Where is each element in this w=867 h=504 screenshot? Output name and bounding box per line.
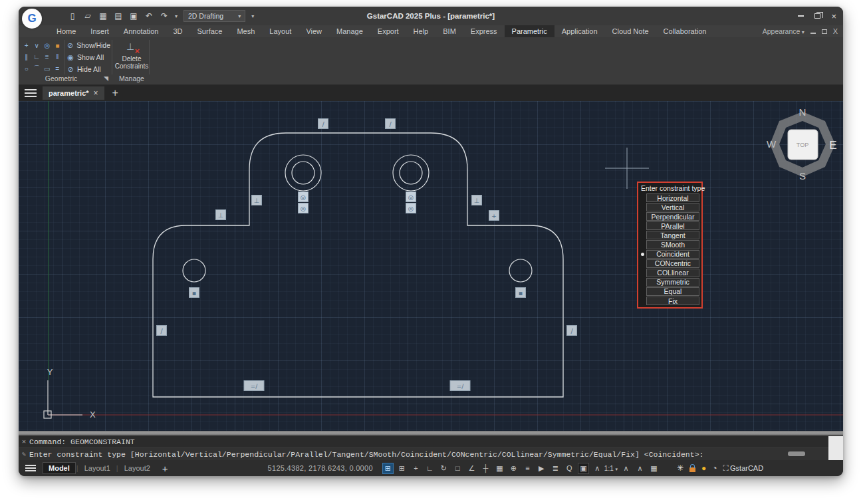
- snap-to-grid-icon[interactable]: +: [410, 463, 422, 474]
- drawing-canvas[interactable]: YX∕∕⊥⊥⊥+◎◎◎◎▪▪∕∕=∕=∕ TOP N W E S Enter c…: [19, 101, 843, 431]
- popup-item-smooth[interactable]: SMooth: [646, 240, 699, 249]
- ribbon-tab-help[interactable]: Help: [406, 25, 436, 37]
- collinear-constraint-icon[interactable]: ∨: [32, 40, 43, 51]
- ribbon-tab-cloud-note[interactable]: Cloud Note: [605, 25, 656, 37]
- vertical-constraint-icon[interactable]: ‖: [53, 51, 63, 63]
- print-icon[interactable]: ▣: [129, 11, 138, 21]
- perpendicular-constraint-icon[interactable]: ∟: [32, 51, 43, 63]
- workspace-dropdown[interactable]: 2D Drafting ▾: [184, 10, 245, 22]
- table-cells-icon[interactable]: ▦: [648, 463, 660, 474]
- panel-launcher-icon[interactable]: ◥: [104, 75, 108, 82]
- doc-restore-button[interactable]: [822, 29, 827, 34]
- command-scroll-thumb[interactable]: [788, 451, 805, 456]
- polar-tracking-icon[interactable]: ↻: [438, 463, 449, 474]
- view-cube[interactable]: TOP N W E S: [766, 108, 839, 181]
- ribbon-tab-manage[interactable]: Manage: [329, 25, 370, 37]
- ribbon-tab-mesh[interactable]: Mesh: [229, 25, 262, 37]
- app-logo[interactable]: G: [22, 9, 42, 29]
- annotation-scale-value[interactable]: 1:1 ▾: [604, 465, 618, 472]
- ribbon-tab-layout[interactable]: Layout: [262, 25, 299, 37]
- tangent-constraint-icon[interactable]: ○: [21, 63, 32, 74]
- document-tab[interactable]: parametric* ×: [43, 86, 104, 100]
- drawing-circle-0[interactable]: [285, 155, 321, 191]
- ribbon-tab-annotation[interactable]: Annotation: [116, 25, 166, 37]
- minimize-button[interactable]: [798, 15, 804, 17]
- ortho-mode-icon[interactable]: ∟: [424, 463, 435, 474]
- popup-item-parallel[interactable]: PArallel: [646, 221, 699, 230]
- popup-item-symmetric[interactable]: Symmetric: [646, 278, 699, 287]
- popup-item-collinear[interactable]: COLlinear: [646, 269, 699, 277]
- settings-gear-icon[interactable]: ✳: [677, 463, 683, 473]
- auto-annotation-icon[interactable]: ∧: [634, 463, 646, 474]
- ribbon-tab-3d[interactable]: 3D: [166, 25, 189, 37]
- show-hide-button[interactable]: ⊘Show/Hide: [66, 39, 110, 51]
- new-layout-button[interactable]: +: [162, 463, 168, 474]
- ribbon-tab-collaboration[interactable]: Collaboration: [656, 25, 714, 37]
- ribbon-tab-home[interactable]: Home: [49, 25, 83, 37]
- drawing-circle-3[interactable]: [400, 162, 422, 184]
- symmetric-constraint-icon[interactable]: ▭: [42, 63, 53, 74]
- angle-snap-icon[interactable]: ∠: [466, 463, 477, 474]
- undo-dropdown-icon[interactable]: ▾: [175, 13, 178, 19]
- redo-icon[interactable]: ↷: [160, 11, 169, 21]
- doc-minimize-button[interactable]: [810, 33, 816, 34]
- delete-constraints-button[interactable]: ⊥× Delete Constraints: [114, 39, 150, 75]
- grid-display-icon[interactable]: ⊞: [396, 463, 408, 474]
- appearance-dropdown[interactable]: Appearance ▾: [763, 27, 805, 35]
- popup-item-concentric[interactable]: CONcentric: [646, 259, 699, 268]
- zoom-icon[interactable]: Q: [564, 463, 575, 474]
- popup-item-vertical[interactable]: Vertical: [646, 203, 699, 211]
- concentric-constraint-icon[interactable]: ◎: [42, 40, 53, 51]
- horizontal-constraint-icon[interactable]: ≡: [42, 51, 53, 63]
- popup-item-coincident[interactable]: Coincident: [646, 250, 699, 259]
- drawing-svg[interactable]: YX∕∕⊥⊥⊥+◎◎◎◎▪▪∕∕=∕=∕: [19, 101, 843, 431]
- doc-close-button[interactable]: X: [833, 27, 838, 35]
- annotation-scale-icon[interactable]: ∧: [592, 463, 603, 474]
- toolbar-options-icon[interactable]: ▾: [251, 13, 254, 19]
- close-button[interactable]: ×: [831, 12, 836, 21]
- command-scrollbar[interactable]: [828, 436, 843, 460]
- layout-tab-layout2[interactable]: Layout2: [119, 462, 156, 474]
- drawing-circle-1[interactable]: [292, 162, 314, 184]
- drawing-circle-4[interactable]: [183, 259, 205, 282]
- save-all-icon[interactable]: ▤: [114, 11, 123, 21]
- fullscreen-icon[interactable]: ⛶: [723, 463, 729, 473]
- ribbon-tab-export[interactable]: Export: [370, 25, 406, 37]
- status-menu-icon[interactable]: [25, 465, 36, 471]
- snap-mode-icon[interactable]: ⊞: [382, 463, 394, 474]
- isolate-objects-icon[interactable]: ≣: [550, 463, 561, 474]
- ribbon-tab-view[interactable]: View: [299, 25, 329, 37]
- object-tracking-icon[interactable]: ⊕: [508, 463, 519, 474]
- layout-tab-model[interactable]: Model: [43, 462, 76, 474]
- drawing-circle-5[interactable]: [509, 259, 532, 282]
- command-window-grip[interactable]: [19, 431, 843, 436]
- performance-gauge-icon[interactable]: ◔: [712, 463, 717, 473]
- workspace-switch-icon[interactable]: ▣: [578, 463, 589, 474]
- coincident-constraint-icon[interactable]: +: [21, 40, 32, 51]
- lineweight-icon[interactable]: ≡: [522, 463, 533, 474]
- layout-tab-layout1[interactable]: Layout1: [79, 462, 116, 474]
- 3d-object-snap-icon[interactable]: ▦: [494, 463, 505, 474]
- drawing-circle-2[interactable]: [393, 155, 429, 191]
- new-tab-button[interactable]: +: [112, 87, 118, 99]
- open-folder-icon[interactable]: ▱: [83, 11, 92, 21]
- undo-icon[interactable]: ↶: [144, 11, 154, 21]
- ribbon-tab-bim[interactable]: BIM: [435, 25, 463, 37]
- annotation-visibility-icon[interactable]: ∧: [620, 463, 632, 474]
- save-icon[interactable]: ▦: [98, 11, 108, 21]
- ribbon-tab-insert[interactable]: Insert: [83, 25, 116, 37]
- popup-item-perpendicular[interactable]: Perpendicular: [646, 212, 699, 221]
- command-prompt-line[interactable]: Enter constraint type [Horizontal/Vertic…: [29, 450, 703, 459]
- popup-item-equal[interactable]: Equal: [646, 287, 699, 296]
- equal-constraint-icon[interactable]: =: [53, 63, 63, 74]
- lightbulb-icon[interactable]: ●: [701, 463, 706, 473]
- ribbon-tab-application[interactable]: Application: [555, 25, 605, 37]
- fix-constraint-icon[interactable]: ■: [53, 40, 63, 51]
- object-snap-icon[interactable]: □: [452, 463, 463, 474]
- hide-all-button[interactable]: ⊘Hide All: [66, 63, 110, 75]
- new-file-icon[interactable]: ▯: [68, 11, 77, 21]
- selection-cycling-icon[interactable]: ▶: [536, 463, 547, 474]
- popup-item-fix[interactable]: Fix: [646, 297, 699, 305]
- restore-button[interactable]: [814, 13, 820, 19]
- show-all-button[interactable]: ◉Show All: [66, 51, 110, 63]
